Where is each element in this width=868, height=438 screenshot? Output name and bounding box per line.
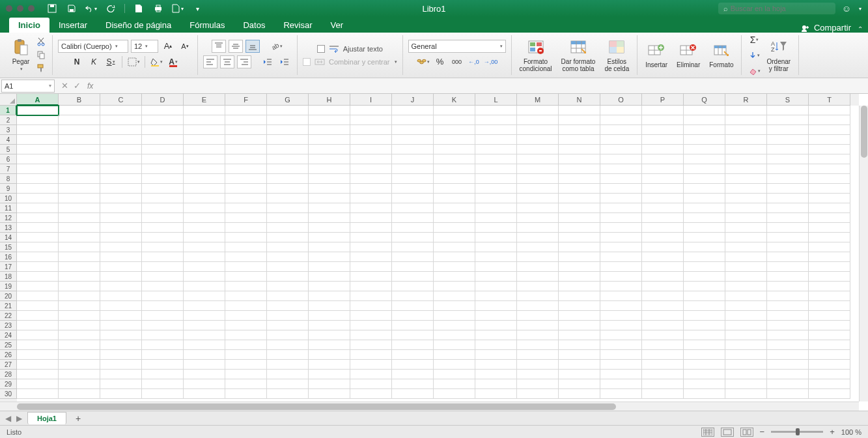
cell[interactable] [392,223,434,233]
cell[interactable] [184,389,225,399]
cell[interactable] [475,340,517,350]
row-header[interactable]: 16 [0,252,17,262]
cell[interactable] [559,389,600,399]
cell[interactable] [600,360,642,370]
cell[interactable] [684,330,725,340]
row-header[interactable]: 8 [0,174,17,184]
borders-icon[interactable]: ▾ [126,55,141,68]
row-header[interactable]: 26 [0,350,17,360]
cell[interactable] [767,164,809,174]
cell[interactable] [225,233,267,242]
paste-button[interactable]: Pegar ▾ [9,37,33,73]
sort-filter-button[interactable]: AZ Ordenar y filtrar [764,37,793,74]
cell[interactable] [600,125,642,135]
horizontal-scrollbar[interactable] [0,402,859,411]
cell[interactable] [559,301,600,311]
cell[interactable] [434,164,475,174]
cell[interactable] [267,135,309,145]
cell[interactable] [59,203,100,213]
cell[interactable] [600,242,642,252]
cell[interactable] [475,242,517,252]
cell[interactable] [725,252,767,262]
cell[interactable] [100,282,142,291]
cell[interactable] [100,340,142,350]
cell[interactable] [559,330,600,340]
cell[interactable] [267,252,309,262]
row-header[interactable]: 12 [0,213,17,223]
cell[interactable] [475,252,517,262]
cell[interactable] [725,145,767,154]
cell[interactable] [600,135,642,145]
cell[interactable] [767,350,809,360]
cell[interactable] [350,350,392,360]
cell[interactable] [350,154,392,164]
close-window-icon[interactable] [6,5,12,12]
cell[interactable] [59,174,100,184]
cell[interactable] [559,282,600,291]
cell[interactable] [767,145,809,154]
cell[interactable] [434,203,475,213]
cell[interactable] [642,194,684,203]
cell[interactable] [59,360,100,370]
italic-button[interactable]: K [87,55,101,68]
vertical-scrollbar[interactable] [859,106,868,402]
feedback-dropdown-icon[interactable]: ▾ [859,6,861,12]
cell[interactable] [59,184,100,194]
cell[interactable] [184,194,225,203]
cell[interactable] [517,360,559,370]
column-header[interactable]: L [475,94,517,106]
cell[interactable] [350,213,392,223]
cell[interactable] [475,311,517,321]
cell[interactable] [309,174,350,184]
cell[interactable] [392,145,434,154]
cell[interactable] [309,223,350,233]
cell[interactable] [725,115,767,125]
formula-input[interactable] [97,78,868,93]
cell[interactable] [392,115,434,125]
column-header[interactable]: P [642,94,684,106]
cell[interactable] [475,125,517,135]
cell[interactable] [684,272,725,282]
cell[interactable] [434,330,475,340]
cell[interactable] [100,321,142,330]
font-color-icon[interactable]: A▾ [166,55,180,68]
cell[interactable] [184,311,225,321]
cell[interactable] [350,321,392,330]
cell[interactable] [309,194,350,203]
cell[interactable] [309,350,350,360]
cell[interactable] [59,262,100,272]
cell[interactable] [559,135,600,145]
cell[interactable] [184,106,225,115]
cell[interactable] [184,291,225,301]
cell[interactable] [17,389,59,399]
cell[interactable] [475,262,517,272]
cell[interactable] [559,272,600,282]
cell[interactable] [517,223,559,233]
cell[interactable] [309,213,350,223]
cell[interactable] [725,311,767,321]
cell[interactable] [267,350,309,360]
cell[interactable] [184,330,225,340]
cell[interactable] [725,194,767,203]
cell[interactable] [517,135,559,145]
cell[interactable] [725,174,767,184]
cell[interactable] [559,125,600,135]
cell[interactable] [267,223,309,233]
cell[interactable] [309,262,350,272]
cell[interactable] [684,223,725,233]
cell[interactable] [517,340,559,350]
cell[interactable] [184,321,225,330]
cell[interactable] [267,262,309,272]
cell[interactable] [392,242,434,252]
zoom-in-icon[interactable]: + [830,427,835,437]
cell[interactable] [267,360,309,370]
cell[interactable] [225,340,267,350]
cell[interactable] [309,301,350,311]
format-as-table-button[interactable]: Dar formato como tabla [559,37,598,74]
cell[interactable] [600,389,642,399]
cell[interactable] [809,321,850,330]
cell[interactable] [100,360,142,370]
cell[interactable] [267,389,309,399]
cell[interactable] [517,125,559,135]
add-sheet-icon[interactable]: + [72,413,85,424]
